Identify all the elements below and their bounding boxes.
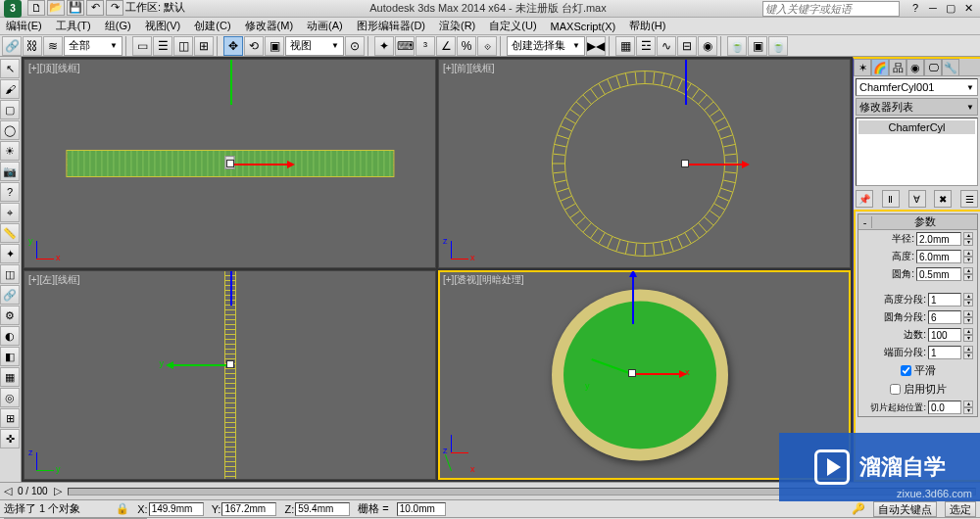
- menu-help[interactable]: 帮助(H): [629, 19, 665, 33]
- menu-views[interactable]: 视图(V): [145, 19, 181, 33]
- spinner-snap-icon[interactable]: ⟐: [477, 36, 497, 56]
- save-icon[interactable]: 💾: [67, 0, 84, 16]
- configure-icon[interactable]: ☰: [960, 190, 978, 208]
- redo-icon[interactable]: ↷: [106, 0, 123, 16]
- sides-input[interactable]: 100: [928, 328, 961, 342]
- viewport-top[interactable]: [+][顶][线框] x y: [24, 59, 436, 268]
- vt-help-icon[interactable]: ?: [0, 182, 20, 202]
- rollout-toggle[interactable]: -: [858, 216, 872, 228]
- tab-create-icon[interactable]: ✶: [854, 59, 871, 76]
- height-input[interactable]: 6.0mm: [916, 250, 961, 263]
- tab-modify-icon[interactable]: 🌈: [871, 59, 889, 76]
- pin-stack-icon[interactable]: 📌: [856, 190, 873, 208]
- autokey-button[interactable]: 自动关键点: [873, 501, 937, 517]
- vt-misc2-icon[interactable]: ◐: [0, 326, 20, 346]
- grid-value[interactable]: [397, 502, 446, 516]
- maximize-button[interactable]: ▢: [943, 2, 958, 15]
- pivot-icon[interactable]: ⊙: [345, 36, 365, 56]
- menu-edit[interactable]: 编辑(E): [6, 19, 42, 33]
- move-icon[interactable]: ✥: [223, 36, 243, 56]
- manipulate-icon[interactable]: ✦: [374, 36, 394, 56]
- lock-icon[interactable]: 🔒: [116, 502, 129, 515]
- key-icon[interactable]: 🔑: [852, 502, 865, 515]
- render-frame-icon[interactable]: ▣: [748, 36, 767, 56]
- workspace-dropdown[interactable]: 工作区: 默认: [125, 0, 214, 18]
- layers-icon[interactable]: ☲: [636, 36, 656, 56]
- schematic-icon[interactable]: ⊟: [677, 36, 697, 56]
- help-search-input[interactable]: [762, 1, 900, 17]
- coord-x-input[interactable]: [149, 502, 204, 516]
- vt-misc6-icon[interactable]: ⊞: [0, 408, 20, 428]
- render-setup-icon[interactable]: 🍵: [727, 36, 747, 56]
- menu-maxscript[interactable]: MAXScript(X): [551, 21, 616, 32]
- vt-cursor-icon[interactable]: ↖: [0, 59, 20, 78]
- vt-sphere-icon[interactable]: ◯: [0, 120, 20, 140]
- align-icon[interactable]: ▦: [615, 36, 635, 56]
- stack-item[interactable]: ChamferCyl: [858, 120, 975, 134]
- hseg-input[interactable]: 1: [928, 293, 961, 307]
- undo-icon[interactable]: ↶: [86, 0, 104, 16]
- vt-box-icon[interactable]: ▢: [0, 100, 20, 119]
- slice-on-checkbox[interactable]: [890, 384, 901, 395]
- vt-tape-icon[interactable]: 📏: [0, 223, 20, 243]
- selection-filter-dropdown[interactable]: 全部: [64, 36, 122, 56]
- coord-z-input[interactable]: [295, 502, 350, 516]
- unlink-icon[interactable]: ⛓: [23, 36, 42, 56]
- percent-snap-icon[interactable]: %: [457, 36, 476, 56]
- modifier-stack[interactable]: ChamferCyl: [856, 118, 978, 186]
- vt-star-icon[interactable]: ✦: [0, 244, 20, 263]
- menu-animation[interactable]: 动画(A): [307, 19, 343, 33]
- cseg-input[interactable]: 1: [928, 346, 961, 359]
- vt-light-icon[interactable]: ☀: [0, 141, 20, 161]
- angle-snap-icon[interactable]: ∠: [436, 36, 456, 56]
- select-region-icon[interactable]: ◫: [173, 36, 193, 56]
- spinner-down[interactable]: ▾: [963, 239, 973, 246]
- tab-motion-icon[interactable]: ◉: [906, 59, 924, 76]
- bind-icon[interactable]: ≋: [43, 36, 63, 56]
- smooth-checkbox[interactable]: [901, 365, 911, 376]
- fseg-input[interactable]: 6: [928, 310, 961, 324]
- object-name-field[interactable]: ChamferCyl001: [856, 78, 978, 96]
- menu-customize[interactable]: 自定义(U): [489, 19, 536, 33]
- select-name-icon[interactable]: ☰: [153, 36, 172, 56]
- minimize-button[interactable]: ─: [925, 2, 941, 15]
- viewport-left[interactable]: [+][左][线框] y y z: [24, 270, 436, 480]
- goto-end-icon[interactable]: ▷: [54, 485, 62, 497]
- vt-misc4-icon[interactable]: ▦: [0, 367, 20, 387]
- mirror-icon[interactable]: ▶◀: [586, 36, 606, 56]
- menu-rendering[interactable]: 渲染(R): [439, 19, 475, 33]
- vt-chain-icon[interactable]: 🔗: [0, 285, 20, 305]
- viewport-front[interactable]: [+][前][线框] x z: [438, 59, 851, 268]
- spinner-up[interactable]: ▴: [963, 232, 973, 239]
- close-button[interactable]: ✕: [960, 2, 976, 15]
- menu-grapheditors[interactable]: 图形编辑器(D): [357, 19, 425, 33]
- tab-hierarchy-icon[interactable]: 品: [889, 59, 906, 76]
- vt-camera-icon[interactable]: 📷: [0, 162, 20, 181]
- vt-misc3-icon[interactable]: ◧: [0, 347, 20, 366]
- show-end-icon[interactable]: Ⅱ: [882, 190, 900, 208]
- ref-coord-dropdown[interactable]: 视图: [285, 36, 344, 56]
- snap-icon[interactable]: ³: [416, 36, 435, 56]
- tab-display-icon[interactable]: 🖵: [924, 59, 942, 76]
- vt-group-icon[interactable]: ◫: [0, 264, 20, 284]
- material-icon[interactable]: ◉: [698, 36, 717, 56]
- vt-snap-icon[interactable]: ⌖: [0, 203, 20, 222]
- remove-mod-icon[interactable]: ✖: [934, 190, 952, 208]
- vt-misc1-icon[interactable]: ⚙: [0, 306, 20, 325]
- link-icon[interactable]: 🔗: [2, 36, 22, 56]
- keyboard-icon[interactable]: ⌨: [395, 36, 415, 56]
- window-crossing-icon[interactable]: ⊞: [194, 36, 214, 56]
- goto-start-icon[interactable]: ◁: [4, 485, 12, 497]
- new-icon[interactable]: 🗋: [27, 0, 45, 16]
- menu-group[interactable]: 组(G): [105, 19, 131, 33]
- vt-misc5-icon[interactable]: ◎: [0, 388, 20, 407]
- vt-paint-icon[interactable]: 🖌: [0, 79, 20, 99]
- menu-modifiers[interactable]: 修改器(M): [245, 19, 294, 33]
- unique-icon[interactable]: ∀: [908, 190, 926, 208]
- tab-utilities-icon[interactable]: 🔧: [942, 59, 959, 76]
- selected-button[interactable]: 选定: [945, 501, 976, 517]
- coord-y-input[interactable]: [221, 502, 276, 516]
- slice-start-input[interactable]: 0.0: [928, 401, 961, 414]
- vt-misc7-icon[interactable]: ✜: [0, 429, 20, 448]
- scale-icon[interactable]: ▣: [265, 36, 284, 56]
